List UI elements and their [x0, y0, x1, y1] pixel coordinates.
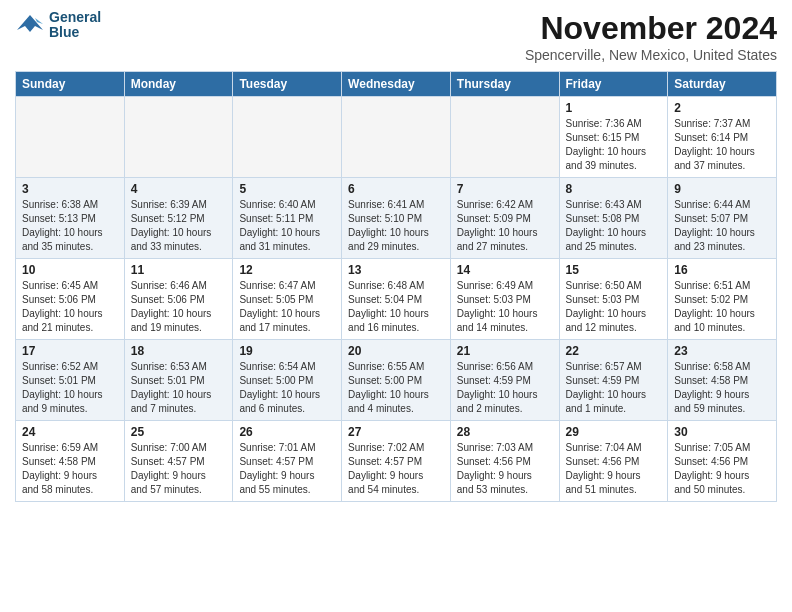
- day-number: 13: [348, 263, 444, 277]
- col-friday: Friday: [559, 72, 668, 97]
- calendar-cell: [342, 97, 451, 178]
- calendar-week-2: 10Sunrise: 6:45 AM Sunset: 5:06 PM Dayli…: [16, 259, 777, 340]
- day-number: 12: [239, 263, 335, 277]
- calendar-week-1: 3Sunrise: 6:38 AM Sunset: 5:13 PM Daylig…: [16, 178, 777, 259]
- calendar-cell: 29Sunrise: 7:04 AM Sunset: 4:56 PM Dayli…: [559, 421, 668, 502]
- calendar-cell: 26Sunrise: 7:01 AM Sunset: 4:57 PM Dayli…: [233, 421, 342, 502]
- col-tuesday: Tuesday: [233, 72, 342, 97]
- calendar-cell: [124, 97, 233, 178]
- calendar-cell: 18Sunrise: 6:53 AM Sunset: 5:01 PM Dayli…: [124, 340, 233, 421]
- day-info: Sunrise: 6:55 AM Sunset: 5:00 PM Dayligh…: [348, 360, 444, 416]
- location-subtitle: Spencerville, New Mexico, United States: [525, 47, 777, 63]
- day-number: 14: [457, 263, 553, 277]
- day-info: Sunrise: 7:01 AM Sunset: 4:57 PM Dayligh…: [239, 441, 335, 497]
- calendar-cell: 13Sunrise: 6:48 AM Sunset: 5:04 PM Dayli…: [342, 259, 451, 340]
- col-saturday: Saturday: [668, 72, 777, 97]
- calendar-cell: 24Sunrise: 6:59 AM Sunset: 4:58 PM Dayli…: [16, 421, 125, 502]
- calendar-cell: 5Sunrise: 6:40 AM Sunset: 5:11 PM Daylig…: [233, 178, 342, 259]
- day-number: 2: [674, 101, 770, 115]
- svg-marker-0: [17, 15, 43, 32]
- day-info: Sunrise: 7:05 AM Sunset: 4:56 PM Dayligh…: [674, 441, 770, 497]
- calendar-cell: 15Sunrise: 6:50 AM Sunset: 5:03 PM Dayli…: [559, 259, 668, 340]
- day-number: 15: [566, 263, 662, 277]
- calendar-cell: 8Sunrise: 6:43 AM Sunset: 5:08 PM Daylig…: [559, 178, 668, 259]
- day-number: 26: [239, 425, 335, 439]
- day-number: 5: [239, 182, 335, 196]
- day-info: Sunrise: 6:41 AM Sunset: 5:10 PM Dayligh…: [348, 198, 444, 254]
- calendar-cell: [450, 97, 559, 178]
- calendar-cell: 12Sunrise: 6:47 AM Sunset: 5:05 PM Dayli…: [233, 259, 342, 340]
- day-number: 3: [22, 182, 118, 196]
- calendar-cell: 22Sunrise: 6:57 AM Sunset: 4:59 PM Dayli…: [559, 340, 668, 421]
- header: General Blue November 2024 Spencerville,…: [15, 10, 777, 63]
- day-number: 24: [22, 425, 118, 439]
- day-number: 6: [348, 182, 444, 196]
- day-number: 22: [566, 344, 662, 358]
- day-info: Sunrise: 6:40 AM Sunset: 5:11 PM Dayligh…: [239, 198, 335, 254]
- calendar-container: General Blue November 2024 Spencerville,…: [0, 0, 792, 512]
- header-row: Sunday Monday Tuesday Wednesday Thursday…: [16, 72, 777, 97]
- calendar-cell: 17Sunrise: 6:52 AM Sunset: 5:01 PM Dayli…: [16, 340, 125, 421]
- day-number: 9: [674, 182, 770, 196]
- day-info: Sunrise: 6:42 AM Sunset: 5:09 PM Dayligh…: [457, 198, 553, 254]
- col-sunday: Sunday: [16, 72, 125, 97]
- day-info: Sunrise: 6:49 AM Sunset: 5:03 PM Dayligh…: [457, 279, 553, 335]
- day-info: Sunrise: 6:44 AM Sunset: 5:07 PM Dayligh…: [674, 198, 770, 254]
- calendar-cell: 30Sunrise: 7:05 AM Sunset: 4:56 PM Dayli…: [668, 421, 777, 502]
- calendar-cell: 7Sunrise: 6:42 AM Sunset: 5:09 PM Daylig…: [450, 178, 559, 259]
- calendar-cell: 6Sunrise: 6:41 AM Sunset: 5:10 PM Daylig…: [342, 178, 451, 259]
- day-number: 11: [131, 263, 227, 277]
- calendar-cell: 27Sunrise: 7:02 AM Sunset: 4:57 PM Dayli…: [342, 421, 451, 502]
- calendar-cell: 9Sunrise: 6:44 AM Sunset: 5:07 PM Daylig…: [668, 178, 777, 259]
- day-number: 23: [674, 344, 770, 358]
- day-info: Sunrise: 6:54 AM Sunset: 5:00 PM Dayligh…: [239, 360, 335, 416]
- day-number: 25: [131, 425, 227, 439]
- day-number: 20: [348, 344, 444, 358]
- day-number: 4: [131, 182, 227, 196]
- day-number: 7: [457, 182, 553, 196]
- calendar-cell: 3Sunrise: 6:38 AM Sunset: 5:13 PM Daylig…: [16, 178, 125, 259]
- day-number: 10: [22, 263, 118, 277]
- calendar-week-4: 24Sunrise: 6:59 AM Sunset: 4:58 PM Dayli…: [16, 421, 777, 502]
- day-info: Sunrise: 7:37 AM Sunset: 6:14 PM Dayligh…: [674, 117, 770, 173]
- day-info: Sunrise: 7:36 AM Sunset: 6:15 PM Dayligh…: [566, 117, 662, 173]
- calendar-week-0: 1Sunrise: 7:36 AM Sunset: 6:15 PM Daylig…: [16, 97, 777, 178]
- calendar-cell: 10Sunrise: 6:45 AM Sunset: 5:06 PM Dayli…: [16, 259, 125, 340]
- day-number: 16: [674, 263, 770, 277]
- calendar-cell: 1Sunrise: 7:36 AM Sunset: 6:15 PM Daylig…: [559, 97, 668, 178]
- calendar-week-3: 17Sunrise: 6:52 AM Sunset: 5:01 PM Dayli…: [16, 340, 777, 421]
- calendar-cell: [233, 97, 342, 178]
- calendar-cell: 2Sunrise: 7:37 AM Sunset: 6:14 PM Daylig…: [668, 97, 777, 178]
- day-info: Sunrise: 6:43 AM Sunset: 5:08 PM Dayligh…: [566, 198, 662, 254]
- logo: General Blue: [15, 10, 101, 41]
- calendar-cell: 14Sunrise: 6:49 AM Sunset: 5:03 PM Dayli…: [450, 259, 559, 340]
- day-number: 21: [457, 344, 553, 358]
- day-info: Sunrise: 6:51 AM Sunset: 5:02 PM Dayligh…: [674, 279, 770, 335]
- day-number: 8: [566, 182, 662, 196]
- day-info: Sunrise: 6:46 AM Sunset: 5:06 PM Dayligh…: [131, 279, 227, 335]
- day-info: Sunrise: 7:04 AM Sunset: 4:56 PM Dayligh…: [566, 441, 662, 497]
- day-info: Sunrise: 6:50 AM Sunset: 5:03 PM Dayligh…: [566, 279, 662, 335]
- day-info: Sunrise: 6:52 AM Sunset: 5:01 PM Dayligh…: [22, 360, 118, 416]
- day-info: Sunrise: 6:59 AM Sunset: 4:58 PM Dayligh…: [22, 441, 118, 497]
- calendar-cell: 20Sunrise: 6:55 AM Sunset: 5:00 PM Dayli…: [342, 340, 451, 421]
- day-info: Sunrise: 6:57 AM Sunset: 4:59 PM Dayligh…: [566, 360, 662, 416]
- day-info: Sunrise: 6:48 AM Sunset: 5:04 PM Dayligh…: [348, 279, 444, 335]
- calendar-cell: [16, 97, 125, 178]
- calendar-table: Sunday Monday Tuesday Wednesday Thursday…: [15, 71, 777, 502]
- calendar-cell: 11Sunrise: 6:46 AM Sunset: 5:06 PM Dayli…: [124, 259, 233, 340]
- logo-icon: [15, 10, 45, 40]
- day-info: Sunrise: 6:47 AM Sunset: 5:05 PM Dayligh…: [239, 279, 335, 335]
- day-number: 27: [348, 425, 444, 439]
- day-number: 17: [22, 344, 118, 358]
- day-info: Sunrise: 6:53 AM Sunset: 5:01 PM Dayligh…: [131, 360, 227, 416]
- calendar-cell: 28Sunrise: 7:03 AM Sunset: 4:56 PM Dayli…: [450, 421, 559, 502]
- logo-text: General Blue: [49, 10, 101, 41]
- col-thursday: Thursday: [450, 72, 559, 97]
- calendar-cell: 19Sunrise: 6:54 AM Sunset: 5:00 PM Dayli…: [233, 340, 342, 421]
- day-number: 19: [239, 344, 335, 358]
- day-info: Sunrise: 7:02 AM Sunset: 4:57 PM Dayligh…: [348, 441, 444, 497]
- calendar-cell: 23Sunrise: 6:58 AM Sunset: 4:58 PM Dayli…: [668, 340, 777, 421]
- col-monday: Monday: [124, 72, 233, 97]
- calendar-cell: 4Sunrise: 6:39 AM Sunset: 5:12 PM Daylig…: [124, 178, 233, 259]
